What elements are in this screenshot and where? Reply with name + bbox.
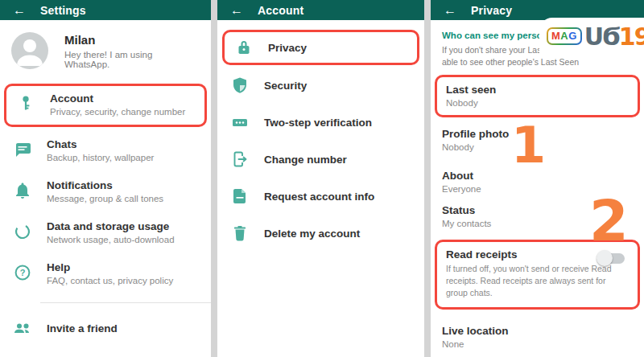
account-item-privacy[interactable]: Privacy: [225, 32, 417, 63]
privacy-item-live-location[interactable]: Live location None: [431, 325, 644, 349]
privacy-item-last-seen[interactable]: Last seen Nobody: [446, 84, 629, 108]
account-item-delete[interactable]: Delete my account: [217, 215, 424, 252]
settings-screen: ← Settings Milan Hey there! I am using W…: [0, 0, 211, 357]
item-title: Help: [47, 261, 173, 273]
profile-row[interactable]: Milan Hey there! I am using WhatsApp.: [0, 20, 211, 79]
item-title: Chats: [47, 138, 154, 150]
avatar: [11, 32, 48, 69]
item-title: Request account info: [264, 191, 374, 203]
badge-letter: A: [560, 30, 568, 42]
item-subtitle: Message, group & call tones: [47, 194, 163, 203]
profile-name: Milan: [64, 33, 198, 47]
item-value: None: [442, 339, 633, 349]
settings-item-help[interactable]: ? Help FAQ, contact us, privacy policy: [0, 253, 211, 294]
item-title: Change number: [264, 154, 347, 166]
settings-item-data-storage[interactable]: Data and storage usage Network usage, au…: [0, 212, 211, 253]
logo-glyphs-gray: UϬ: [584, 23, 619, 51]
item-subtitle: Backup, history, wallpaper: [47, 153, 154, 162]
item-description: If turned off, you won't send or receive…: [446, 263, 612, 299]
badge-letter: M: [551, 30, 560, 42]
chat-icon: [13, 140, 32, 159]
highlight-box-last-seen: Last seen Nobody: [435, 75, 640, 117]
profile-status: Hey there! I am using WhatsApp.: [64, 50, 198, 69]
item-title: Delete my account: [264, 228, 360, 240]
item-title: Live location: [442, 325, 633, 337]
back-arrow-icon[interactable]: ←: [444, 3, 471, 18]
page-title: Account: [258, 4, 303, 17]
two-step-icon: [230, 113, 250, 132]
account-item-two-step[interactable]: Two-step verification: [217, 104, 424, 141]
page-title: Settings: [40, 4, 86, 17]
account-item-request-info[interactable]: Request account info: [217, 178, 424, 215]
tutorial-screenshot: ← Settings Milan Hey there! I am using W…: [0, 0, 644, 357]
account-header: ← Account: [217, 0, 424, 20]
svg-text:?: ?: [20, 268, 26, 277]
logo-glyphs: UϬ19: [584, 23, 644, 51]
privacy-screen: ← Privacy Who can see my personal info I…: [431, 0, 644, 357]
divider: [40, 302, 211, 303]
trash-icon: [230, 224, 250, 243]
key-icon: [16, 94, 35, 113]
logo-glyphs-orange: 19: [619, 23, 644, 51]
highlight-box-privacy: Privacy: [222, 30, 419, 65]
item-title: Last seen: [446, 84, 629, 96]
item-subtitle: FAQ, contact us, privacy policy: [47, 276, 173, 285]
bell-icon: [13, 181, 32, 200]
account-screen: ← Account Privacy: [217, 0, 424, 357]
item-title: Two-step verification: [264, 117, 372, 129]
item-value: Nobody: [446, 98, 629, 108]
data-usage-icon: [13, 222, 32, 241]
badge-letter: G: [568, 30, 577, 42]
item-title: Invite a friend: [47, 322, 118, 334]
back-arrow-icon[interactable]: ←: [13, 3, 40, 18]
step-number-1: 1: [511, 121, 546, 170]
settings-item-notifications[interactable]: Notifications Message, group & call tone…: [0, 171, 211, 212]
item-title: Data and storage usage: [47, 220, 175, 232]
lock-icon: [234, 38, 254, 57]
people-icon: [13, 318, 32, 338]
item-title: Privacy: [268, 42, 307, 54]
item-subtitle: Privacy, security, change number: [50, 107, 185, 117]
shield-icon: [230, 76, 250, 95]
read-receipts-toggle[interactable]: [598, 253, 625, 264]
account-item-security[interactable]: Security: [217, 67, 424, 104]
settings-item-account[interactable]: Account Privacy, security, change number: [6, 86, 204, 125]
settings-header: ← Settings: [0, 0, 211, 20]
highlight-box-account: Account Privacy, security, change number: [4, 84, 207, 127]
settings-item-invite[interactable]: Invite a friend: [0, 310, 211, 347]
mag-logo: MAG UϬ19: [539, 18, 644, 55]
settings-item-chats[interactable]: Chats Backup, history, wallpaper: [0, 130, 211, 171]
help-icon: ?: [13, 263, 32, 282]
page-title: Privacy: [471, 4, 512, 17]
item-title: Security: [264, 80, 307, 92]
item-subtitle: Network usage, auto-download: [47, 235, 175, 244]
back-arrow-icon[interactable]: ←: [230, 3, 258, 18]
step-number-2: 2: [589, 193, 629, 249]
phone-arrow-icon: [230, 150, 250, 169]
item-title: Account: [50, 92, 185, 105]
mag-badge: MAG: [547, 27, 582, 45]
item-title: Notifications: [47, 179, 163, 191]
document-icon: [230, 187, 250, 206]
account-item-change-number[interactable]: Change number: [217, 141, 424, 178]
